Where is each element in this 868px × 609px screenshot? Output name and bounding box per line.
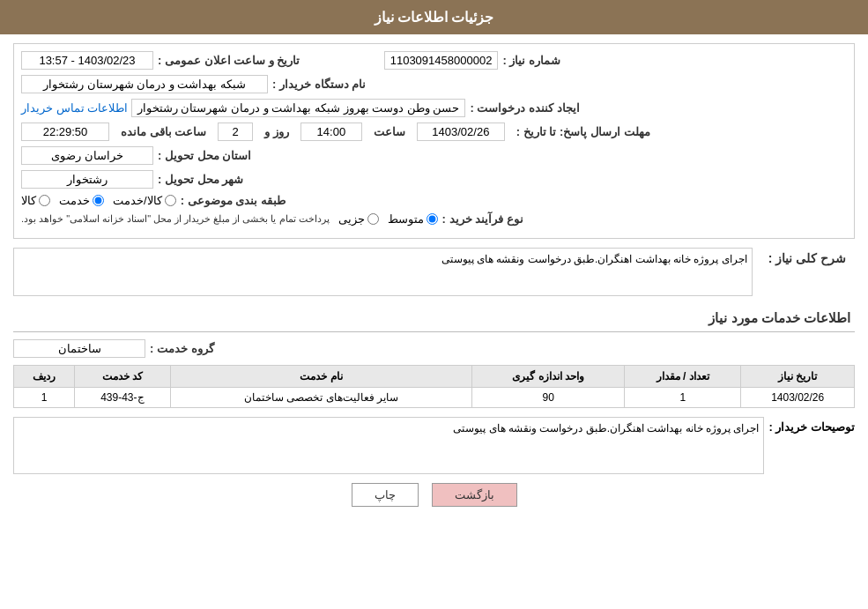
page-header: جزئیات اطلاعات نیاز xyxy=(0,0,868,34)
tabaqe-kala-khadamat-label: کالا/خدمت xyxy=(113,194,162,207)
farayand-jozii-label: جزیی xyxy=(338,212,365,226)
shomare-niaz-value: 1103091458000002 xyxy=(384,51,499,70)
shomare-niaz-label: شماره نیاز : xyxy=(502,54,560,67)
sharh-koli-label: شرح کلی نیاز : xyxy=(768,251,846,265)
sharh-koli-title-bar: شرح کلی نیاز : xyxy=(760,248,855,270)
tabaqe-kala: کالا xyxy=(21,194,50,207)
col-vahed: واحد اندازه گیری xyxy=(472,366,625,388)
tosifat-textarea[interactable] xyxy=(13,417,764,474)
farayand-desc: پرداخت تمام یا بخشی از مبلغ خریدار از مح… xyxy=(21,213,330,225)
mohlat-saat-value: 14:00 xyxy=(300,123,362,141)
cell-vahed: 90 xyxy=(472,388,625,408)
mohlat-saat-label: ساعت xyxy=(374,125,405,138)
mohlat-date-value: 1403/02/26 xyxy=(417,123,505,141)
ostan-label: استان محل تحویل : xyxy=(158,149,251,162)
mohlat-mande-value: 22:29:50 xyxy=(21,123,109,141)
cell-tarikh: 1403/02/26 xyxy=(741,388,855,408)
back-button[interactable]: بازگشت xyxy=(432,483,517,507)
col-tarikh: تاریخ نیاز xyxy=(741,366,855,388)
etela-tamas-link[interactable]: اطلاعات تماس خریدار xyxy=(21,101,128,115)
ostan-row: استان محل تحویل : خراسان رضوی xyxy=(21,146,847,165)
goroh-khadamat-value: ساختمان xyxy=(13,339,145,358)
nam-dastgah-row: نام دستگاه خریدار : شبکه بهداشت و درمان … xyxy=(21,75,847,93)
noe-farayand-row: نوع فرآیند خرید : متوسط جزیی پرداخت تمام… xyxy=(21,212,847,226)
noe-farayand-label: نوع فرآیند خرید : xyxy=(442,212,523,226)
eijad-konande-value: حسن وطن دوست بهروز شبکه بهداشت و درمان ش… xyxy=(131,99,466,117)
tabaqe-row: طبقه بندی موضوعی : کالا/خدمت خدمت کالا xyxy=(21,194,847,207)
tabaqe-khadamat-label: خدمت xyxy=(59,194,90,207)
print-button[interactable]: چاپ xyxy=(352,483,419,507)
sharh-koli-section: شرح کلی نیاز : xyxy=(13,248,855,296)
tarikh-label: تاریخ و ساعت اعلان عمومی : xyxy=(158,54,300,67)
shahr-label: شهر محل تحویل : xyxy=(158,173,243,186)
nam-dastgah-value: شبکه بهداشت و درمان شهرستان رشتخوار xyxy=(21,75,268,93)
tabaqe-khadamat-radio[interactable] xyxy=(93,195,104,206)
page-title: جزئیات اطلاعات نیاز xyxy=(375,10,494,25)
mohlat-row: مهلت ارسال پاسخ: تا تاریخ : 1403/02/26 س… xyxy=(21,123,847,141)
cell-kod-khadamat: ج-43-439 xyxy=(74,388,170,408)
eijad-konande-row: ایجاد کننده درخواست : حسن وطن دوست بهروز… xyxy=(21,99,847,117)
tabaqe-kala-khadamat-radio[interactable] xyxy=(165,195,176,206)
eijad-konande-label: ایجاد کننده درخواست : xyxy=(470,101,579,115)
khadamat-section-title: اطلاعات خدمات مورد نیاز xyxy=(13,305,855,332)
farayand-jozii: جزیی xyxy=(338,212,379,226)
ostan-value: خراسان رضوی xyxy=(21,146,153,165)
tabaqe-radio-group: کالا/خدمت خدمت کالا xyxy=(21,194,176,207)
farayand-motvaset: متوسط xyxy=(388,212,438,226)
farayand-motvaset-label: متوسط xyxy=(388,212,424,226)
tarikh-value: 1403/02/23 - 13:57 xyxy=(21,51,153,70)
cell-radif: 1 xyxy=(14,388,75,408)
action-buttons: بازگشت چاپ xyxy=(13,483,855,520)
goroh-khadamat-row: گروه خدمت : ساختمان xyxy=(13,339,855,358)
shahr-row: شهر محل تحویل : رشتخوار xyxy=(21,170,847,189)
farayand-jozii-radio[interactable] xyxy=(367,213,379,225)
table-row: 1403/02/26 1 90 سایر فعالیت‌های تخصصی سا… xyxy=(14,388,855,408)
tabaqe-kala-label: کالا xyxy=(21,194,36,207)
cell-tedad: 1 xyxy=(625,388,741,408)
mohlat-roz-label: روز و xyxy=(264,125,289,138)
nam-dastgah-label: نام دستگاه خریدار : xyxy=(272,78,366,91)
tosifat-label: توصیحات خریدار : xyxy=(768,417,855,434)
shomare-tarikh-row: شماره نیاز : 1103091458000002 تاریخ و سا… xyxy=(21,51,847,70)
col-kod-khadamat: کد خدمت xyxy=(74,366,170,388)
service-section: گروه خدمت : ساختمان تاریخ نیاز تعداد / م… xyxy=(13,339,855,408)
tabaqe-kala-radio[interactable] xyxy=(39,195,50,206)
mohlat-label: مهلت ارسال پاسخ: تا تاریخ : xyxy=(516,125,650,138)
col-tedad: تعداد / مقدار xyxy=(625,366,741,388)
tabaqe-label: طبقه بندی موضوعی : xyxy=(181,194,286,207)
mohlat-roz-value: 2 xyxy=(218,123,253,141)
shahr-value: رشتخوار xyxy=(21,170,153,189)
goroh-khadamat-label: گروه خدمت : xyxy=(150,342,214,355)
sharh-koli-textarea[interactable] xyxy=(13,248,753,296)
tabaqe-kala-khadamat: کالا/خدمت xyxy=(113,194,176,207)
mohlat-mande-label: ساعت باقی مانده xyxy=(121,125,206,138)
cell-nam-khadamat: سایر فعالیت‌های تخصصی ساختمان xyxy=(170,388,472,408)
noe-farayand-radio-group: متوسط جزیی xyxy=(338,212,438,226)
col-radif: ردیف xyxy=(14,366,75,388)
services-table: تاریخ نیاز تعداد / مقدار واحد اندازه گیر… xyxy=(13,365,855,408)
tabaqe-khadamat: خدمت xyxy=(59,194,104,207)
main-info-section: شماره نیاز : 1103091458000002 تاریخ و سا… xyxy=(13,43,855,239)
farayand-motvaset-radio[interactable] xyxy=(427,213,438,225)
col-nam-khadamat: نام خدمت xyxy=(170,366,472,388)
tosifat-section: توصیحات خریدار : xyxy=(13,417,855,474)
